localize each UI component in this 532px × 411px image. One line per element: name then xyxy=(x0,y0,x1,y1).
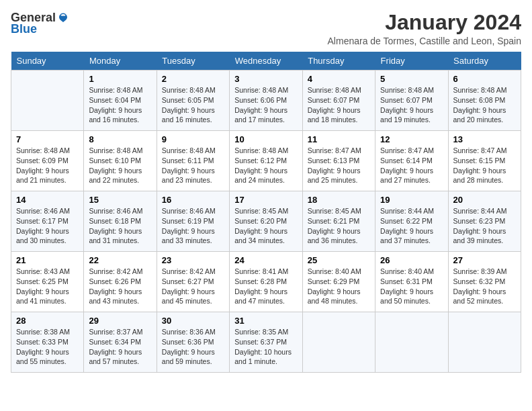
month-title: January 2024 xyxy=(328,11,521,34)
day-info: Sunrise: 8:45 AMSunset: 6:20 PMDaylight:… xyxy=(234,206,297,246)
calendar-cell: 6Sunrise: 8:48 AMSunset: 6:08 PMDaylight… xyxy=(448,71,521,131)
calendar-cell xyxy=(375,312,448,373)
daylight-hours: Daylight: 9 hours and 20 minutes. xyxy=(453,106,506,124)
sunrise-info: Sunrise: 8:45 AM xyxy=(308,207,361,215)
sunset-info: Sunset: 6:26 PM xyxy=(89,277,141,285)
sunrise-info: Sunrise: 8:48 AM xyxy=(89,86,142,94)
sunrise-info: Sunrise: 8:48 AM xyxy=(234,86,288,94)
daylight-hours: Daylight: 9 hours and 30 minutes. xyxy=(16,227,69,245)
calendar-cell xyxy=(302,312,375,373)
day-number: 24 xyxy=(234,255,297,265)
sunrise-info: Sunrise: 8:44 AM xyxy=(453,207,507,215)
day-info: Sunrise: 8:48 AMSunset: 6:08 PMDaylight:… xyxy=(453,85,516,125)
daylight-hours: Daylight: 9 hours and 16 minutes. xyxy=(89,106,142,124)
daylight-hours: Daylight: 9 hours and 25 minutes. xyxy=(308,167,361,185)
day-number: 11 xyxy=(308,134,370,144)
day-number: 18 xyxy=(308,195,370,205)
sunset-info: Sunset: 6:33 PM xyxy=(16,338,69,346)
sunrise-info: Sunrise: 8:39 AM xyxy=(453,267,507,275)
calendar-body: 1Sunrise: 8:48 AMSunset: 6:04 PMDaylight… xyxy=(11,71,521,373)
day-info: Sunrise: 8:40 AMSunset: 6:29 PMDaylight:… xyxy=(308,267,370,306)
sunset-info: Sunset: 6:21 PM xyxy=(308,217,360,225)
day-info: Sunrise: 8:43 AMSunset: 6:25 PMDaylight:… xyxy=(16,267,79,306)
daylight-hours: Daylight: 9 hours and 21 minutes. xyxy=(16,167,69,185)
calendar-cell: 2Sunrise: 8:48 AMSunset: 6:05 PMDaylight… xyxy=(157,71,229,131)
day-header-tuesday: Tuesday xyxy=(157,52,229,71)
sunrise-info: Sunrise: 8:48 AM xyxy=(453,86,507,94)
sunrise-info: Sunrise: 8:46 AM xyxy=(162,207,216,215)
sunrise-info: Sunrise: 8:40 AM xyxy=(380,267,434,275)
daylight-hours: Daylight: 9 hours and 23 minutes. xyxy=(162,167,215,185)
day-info: Sunrise: 8:44 AMSunset: 6:22 PMDaylight:… xyxy=(380,206,443,246)
calendar-header-row: SundayMondayTuesdayWednesdayThursdayFrid… xyxy=(11,52,521,71)
calendar-cell: 18Sunrise: 8:45 AMSunset: 6:21 PMDayligh… xyxy=(302,191,375,252)
sunrise-info: Sunrise: 8:48 AM xyxy=(234,146,288,154)
day-info: Sunrise: 8:37 AMSunset: 6:34 PMDaylight:… xyxy=(89,327,151,367)
sunrise-info: Sunrise: 8:36 AM xyxy=(162,328,216,336)
sunset-info: Sunset: 6:05 PM xyxy=(162,96,214,104)
sunrise-info: Sunrise: 8:47 AM xyxy=(308,146,361,154)
sunrise-info: Sunrise: 8:43 AM xyxy=(16,267,70,275)
daylight-hours: Daylight: 9 hours and 36 minutes. xyxy=(308,227,361,245)
day-info: Sunrise: 8:39 AMSunset: 6:32 PMDaylight:… xyxy=(453,267,516,306)
calendar-cell: 26Sunrise: 8:40 AMSunset: 6:31 PMDayligh… xyxy=(375,252,448,312)
sunset-info: Sunset: 6:22 PM xyxy=(380,217,433,225)
day-number: 26 xyxy=(380,255,443,265)
daylight-hours: Daylight: 9 hours and 28 minutes. xyxy=(453,167,506,185)
sunset-info: Sunset: 6:32 PM xyxy=(453,277,506,285)
calendar-cell: 28Sunrise: 8:38 AMSunset: 6:33 PMDayligh… xyxy=(11,312,84,373)
day-number: 30 xyxy=(162,316,224,326)
day-info: Sunrise: 8:46 AMSunset: 6:19 PMDaylight:… xyxy=(162,206,224,246)
day-info: Sunrise: 8:46 AMSunset: 6:18 PMDaylight:… xyxy=(89,206,151,246)
sunrise-info: Sunrise: 8:48 AM xyxy=(16,146,70,154)
day-info: Sunrise: 8:40 AMSunset: 6:31 PMDaylight:… xyxy=(380,267,443,306)
calendar-cell: 13Sunrise: 8:47 AMSunset: 6:15 PMDayligh… xyxy=(448,131,521,191)
sunset-info: Sunset: 6:36 PM xyxy=(162,338,214,346)
day-info: Sunrise: 8:35 AMSunset: 6:37 PMDaylight:… xyxy=(234,327,297,367)
calendar-cell: 27Sunrise: 8:39 AMSunset: 6:32 PMDayligh… xyxy=(448,252,521,312)
title-block: January 2024 Almenara de Tormes, Castill… xyxy=(328,11,521,46)
sunrise-info: Sunrise: 8:48 AM xyxy=(380,86,434,94)
sunset-info: Sunset: 6:15 PM xyxy=(453,156,506,165)
day-info: Sunrise: 8:36 AMSunset: 6:36 PMDaylight:… xyxy=(162,327,224,367)
calendar-week-row: 14Sunrise: 8:46 AMSunset: 6:17 PMDayligh… xyxy=(11,191,521,252)
calendar-cell xyxy=(448,312,521,373)
day-info: Sunrise: 8:48 AMSunset: 6:10 PMDaylight:… xyxy=(89,146,151,185)
day-info: Sunrise: 8:48 AMSunset: 6:12 PMDaylight:… xyxy=(234,146,297,185)
sunset-info: Sunset: 6:18 PM xyxy=(89,217,141,225)
sunrise-info: Sunrise: 8:48 AM xyxy=(162,146,216,154)
day-info: Sunrise: 8:38 AMSunset: 6:33 PMDaylight:… xyxy=(16,327,79,367)
daylight-hours: Daylight: 9 hours and 33 minutes. xyxy=(162,227,215,245)
daylight-hours: Daylight: 9 hours and 52 minutes. xyxy=(453,287,506,306)
day-number: 28 xyxy=(16,316,79,326)
day-info: Sunrise: 8:48 AMSunset: 6:07 PMDaylight:… xyxy=(380,85,443,125)
calendar-cell: 17Sunrise: 8:45 AMSunset: 6:20 PMDayligh… xyxy=(230,191,302,252)
sunset-info: Sunset: 6:07 PM xyxy=(308,96,360,104)
day-number: 15 xyxy=(89,195,151,205)
sunrise-info: Sunrise: 8:42 AM xyxy=(162,267,216,275)
sunrise-info: Sunrise: 8:48 AM xyxy=(162,86,216,94)
daylight-hours: Daylight: 9 hours and 19 minutes. xyxy=(380,106,433,124)
calendar-week-row: 7Sunrise: 8:48 AMSunset: 6:09 PMDaylight… xyxy=(11,131,521,191)
day-number: 12 xyxy=(380,134,443,144)
sunset-info: Sunset: 6:10 PM xyxy=(89,156,141,165)
day-number: 16 xyxy=(162,195,224,205)
day-number: 13 xyxy=(453,134,516,144)
sunset-info: Sunset: 6:08 PM xyxy=(453,96,506,104)
sunrise-info: Sunrise: 8:38 AM xyxy=(16,328,70,336)
day-info: Sunrise: 8:48 AMSunset: 6:09 PMDaylight:… xyxy=(16,146,79,185)
day-header-wednesday: Wednesday xyxy=(230,52,302,71)
daylight-hours: Daylight: 9 hours and 50 minutes. xyxy=(380,287,433,306)
day-number: 21 xyxy=(16,255,79,265)
sunset-info: Sunset: 6:12 PM xyxy=(234,156,287,165)
day-number: 2 xyxy=(162,74,224,84)
day-info: Sunrise: 8:48 AMSunset: 6:11 PMDaylight:… xyxy=(162,146,224,185)
daylight-hours: Daylight: 9 hours and 16 minutes. xyxy=(162,106,215,124)
day-number: 29 xyxy=(89,316,151,326)
calendar-cell: 7Sunrise: 8:48 AMSunset: 6:09 PMDaylight… xyxy=(11,131,84,191)
day-info: Sunrise: 8:42 AMSunset: 6:27 PMDaylight:… xyxy=(162,267,224,306)
day-number: 1 xyxy=(89,74,151,84)
day-info: Sunrise: 8:48 AMSunset: 6:04 PMDaylight:… xyxy=(89,85,151,125)
sunrise-info: Sunrise: 8:42 AM xyxy=(89,267,142,275)
sunrise-info: Sunrise: 8:46 AM xyxy=(89,207,142,215)
